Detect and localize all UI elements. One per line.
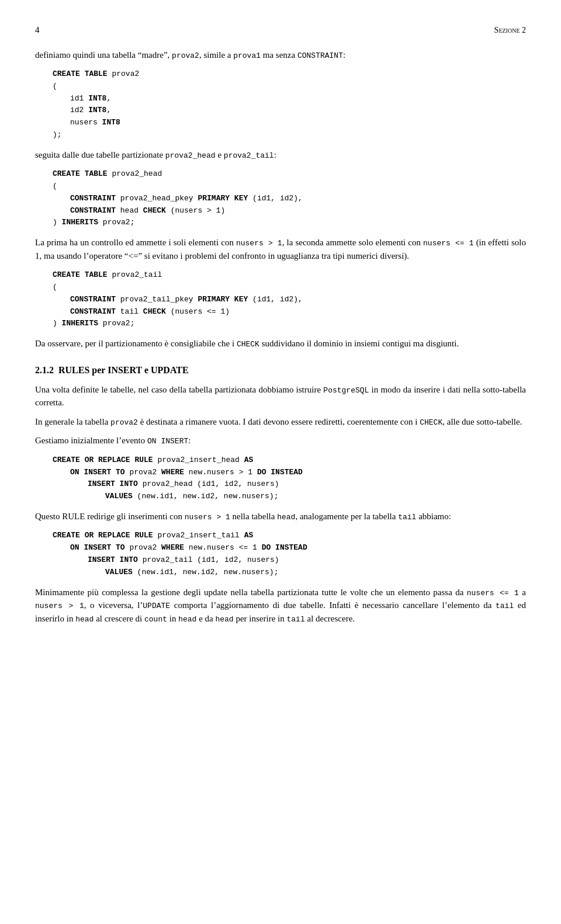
kw-table: TABLE (85, 70, 108, 78)
after-prova2-text: seguita dalle due tabelle partizionate p… (35, 148, 526, 162)
paragraph-rules-intro: Una volta definite le tabelle, nel caso … (35, 383, 526, 409)
inline-tail2: tail (496, 602, 514, 610)
inline-nusers-le1: nusers <= 1 (467, 589, 519, 598)
code-prova2-tail: CREATE TABLE prova2_tail ( CONSTRAINT pr… (35, 269, 526, 330)
inline-tail3: tail (287, 615, 305, 624)
paragraph-prova2-vuota: In generale la tabella prova2 è destinat… (35, 415, 526, 429)
code-line: VALUES (new.id1, new.id2, new.nusers); (53, 568, 278, 576)
inline-check2: CHECK (420, 418, 442, 427)
kw-create2: CREATE (53, 169, 80, 178)
paragraph-update-complex: Minimamente più complessa la gestione de… (35, 586, 526, 626)
code-line: id2 INT8, (53, 106, 111, 114)
inline-prova2-head: prova2_head (165, 151, 216, 160)
inline-code-prova2: prova2 (172, 51, 199, 60)
inline-head2: head (75, 615, 94, 624)
paragraph-on-insert: Gestiamo inizialmente l’evento ON INSERT… (35, 434, 526, 447)
code-line: VALUES (new.id1, new.id2, new.nusers); (53, 492, 278, 501)
kw-create5: CREATE (53, 531, 80, 540)
code-rule-tail: CREATE OR REPLACE RULE prova2_insert_tai… (35, 530, 526, 578)
code-line: CONSTRAINT head CHECK (nusers > 1) (53, 206, 225, 215)
code-prova2-head: CREATE TABLE prova2_head ( CONSTRAINT pr… (35, 168, 526, 229)
subsection-label: RULES per INSERT e UPDATE (58, 365, 189, 375)
paragraph-check-note: Da osservare, per il partizionamento è c… (35, 337, 526, 350)
code-line: INSERT INTO prova2_tail (id1, id2, nuser… (53, 555, 279, 564)
kw-create4: CREATE (53, 456, 80, 464)
code-line: CONSTRAINT tail CHECK (nusers <= 1) (53, 307, 230, 316)
inline-nusers1: nusers > 1 (236, 239, 282, 248)
inline-code-prova1: prova1 (233, 51, 261, 60)
section-label: Sezione 2 (494, 24, 526, 36)
code-prova2: CREATE TABLE prova2 ( id1 INT8, id2 INT8… (35, 68, 526, 141)
inline-code-constraint: CONSTRAINT (297, 51, 343, 60)
code-rule-head: CREATE OR REPLACE RULE prova2_insert_hea… (35, 454, 526, 503)
code-line: ON INSERT TO prova2 WHERE new.nusers <= … (53, 543, 307, 552)
kw-create: CREATE (53, 70, 80, 78)
paragraph-rule-explanation: Questo RULE redirige gli inserimenti con… (35, 510, 526, 523)
code-line: INSERT INTO prova2_head (id1, id2, nuser… (53, 480, 279, 488)
inline-head: head (277, 513, 295, 522)
subsection-number: 2.1.2 (35, 365, 54, 375)
inline-count: count (144, 615, 167, 624)
inline-update: UPDATE (143, 602, 170, 610)
inline-postgresql: PostgreSQL (323, 386, 369, 395)
inline-prova2-2: prova2 (110, 418, 138, 427)
inline-nusers-gt1: nusers > 1 (185, 513, 230, 522)
page-number: 4 (35, 23, 40, 37)
inline-nusers-gt1-2: nusers > 1 (35, 602, 84, 610)
inline-on-insert: ON INSERT (147, 437, 188, 446)
inline-nusers2: nusers <= 1 (423, 239, 473, 248)
inline-check: CHECK (237, 340, 259, 349)
code-line: nusers INT8 (53, 118, 120, 127)
inline-head3: head (178, 615, 196, 624)
inline-head4: head (215, 615, 233, 624)
code-line: ON INSERT TO prova2 WHERE new.nusers > 1… (53, 468, 303, 477)
code-line: id1 INT8, (53, 94, 111, 103)
page-header: 4 Sezione 2 (35, 23, 526, 37)
intro-paragraph: definiamo quindi una tabella “madre”, pr… (35, 48, 526, 62)
code-line: CONSTRAINT prova2_tail_pkey PRIMARY KEY … (53, 295, 303, 304)
inline-prova2-tail: prova2_tail (224, 151, 274, 160)
paragraph-explanation1: La prima ha un controllo ed ammette i so… (35, 236, 526, 262)
kw-create3: CREATE (53, 270, 80, 279)
inline-tail: tail (398, 513, 416, 522)
subsection-title: 2.1.2 RULES per INSERT e UPDATE (35, 363, 526, 377)
code-line: CONSTRAINT prova2_head_pkey PRIMARY KEY … (53, 194, 303, 203)
